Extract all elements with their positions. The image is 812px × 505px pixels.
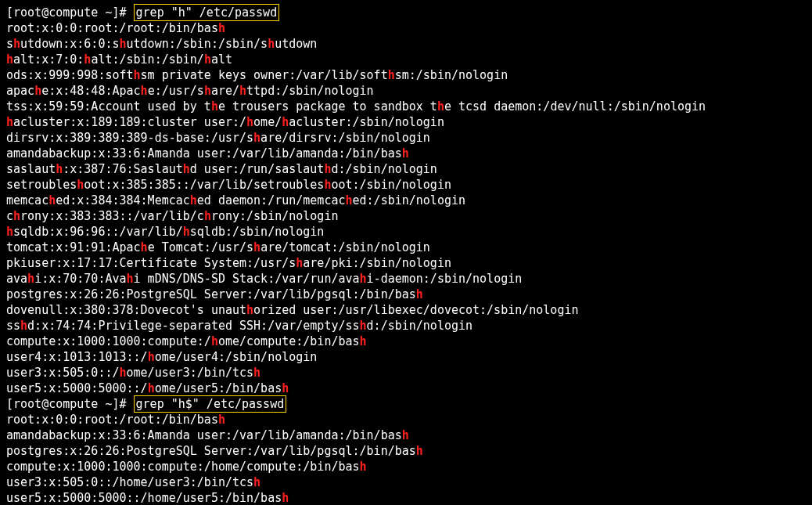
prompt-line-2[interactable]: [root@compute ~]# grep "h$" /etc/passwd	[6, 396, 806, 412]
output1-line: user3:x:505:0::/home/user3:/bin/tcsh	[6, 365, 806, 381]
output1-line: shutdown:x:6:0:shutdown:/sbin:/sbin/shut…	[6, 36, 806, 52]
command-2-box: grep "h$" /etc/passwd	[134, 395, 287, 413]
output1-line: ods:x:999:998:softhsm private keys owner…	[6, 67, 806, 83]
output1-line: tss:x:59:59:Account used by the trousers…	[6, 99, 806, 114]
output1-line: memcached:x:384:384:Memcached daemon:/ru…	[6, 193, 806, 208]
shell-prompt: [root@compute ~]#	[6, 397, 134, 411]
output1-line: setroubleshoot:x:385:385::/var/lib/setro…	[6, 177, 806, 193]
output1-line: dirsrv:x:389:389:389-ds-base:/usr/share/…	[6, 130, 806, 146]
output1-line: user4:x:1013:1013::/home/user4:/sbin/nol…	[6, 349, 806, 365]
output1-line: halt:x:7:0:halt:/sbin:/sbin/halt	[6, 52, 806, 67]
output1-line: avahi:x:70:70:Avahi mDNS/DNS-SD Stack:/v…	[6, 271, 806, 287]
output1-line: hacluster:x:189:189:cluster user:/home/h…	[6, 114, 806, 130]
shell-prompt: [root@compute ~]#	[6, 5, 134, 20]
output1-line: compute:x:1000:1000:compute:/home/comput…	[6, 334, 806, 349]
output1-line: root:x:0:0:root:/root:/bin/bash	[6, 20, 806, 36]
output1-line: user5:x:5000:5000::/home/user5:/bin/bash	[6, 381, 806, 396]
output2-line: amandabackup:x:33:6:Amanda user:/var/lib…	[6, 427, 806, 443]
command-1: grep "h" /etc/passwd	[136, 5, 278, 20]
output1-line: saslauth:x:387:76:Saslauthd user:/run/sa…	[6, 161, 806, 177]
command-1-box: grep "h" /etc/passwd	[134, 4, 280, 21]
output2-line: compute:x:1000:1000:compute:/home/comput…	[6, 459, 806, 474]
prompt-line-1[interactable]: [root@compute ~]# grep "h" /etc/passwd	[6, 5, 806, 20]
terminal-output: [root@compute ~]# grep "h" /etc/passwdro…	[0, 0, 812, 505]
output2-line: user3:x:505:0::/home/user3:/bin/tcsh	[6, 474, 806, 490]
output2-line: root:x:0:0:root:/root:/bin/bash	[6, 412, 806, 427]
output1-line: pkiuser:x:17:17:Certificate System:/usr/…	[6, 255, 806, 271]
output2-line: user5:x:5000:5000::/home/user5:/bin/bash	[6, 490, 806, 505]
output1-line: tomcat:x:91:91:Apache Tomcat:/usr/share/…	[6, 240, 806, 255]
command-2: grep "h$" /etc/passwd	[136, 397, 285, 411]
output1-line: amandabackup:x:33:6:Amanda user:/var/lib…	[6, 146, 806, 161]
output1-line: apache:x:48:48:Apache:/usr/share/httpd:/…	[6, 83, 806, 99]
output2-line: postgres:x:26:26:PostgreSQL Server:/var/…	[6, 443, 806, 459]
output1-line: chrony:x:383:383::/var/lib/chrony:/sbin/…	[6, 208, 806, 224]
output1-line: sshd:x:74:74:Privilege-separated SSH:/va…	[6, 318, 806, 334]
output1-line: dovenull:x:380:378:Dovecot's unauthorize…	[6, 302, 806, 318]
output1-line: postgres:x:26:26:PostgreSQL Server:/var/…	[6, 287, 806, 302]
output1-line: hsqldb:x:96:96::/var/lib/hsqldb:/sbin/no…	[6, 224, 806, 240]
